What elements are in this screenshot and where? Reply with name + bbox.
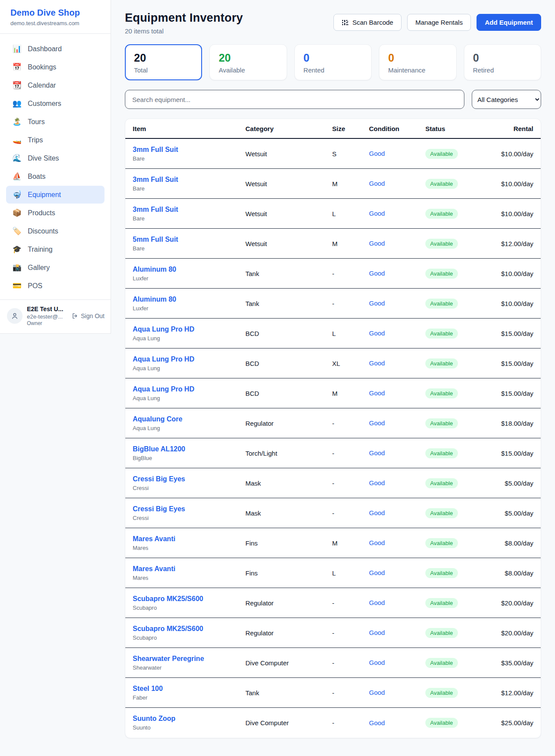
table-body: 3mm Full SuitBareWetsuitSGoodAvailable$1… <box>125 139 541 738</box>
condition-link[interactable]: Good <box>369 599 385 606</box>
condition-link[interactable]: Good <box>369 569 385 576</box>
condition-link[interactable]: Good <box>369 539 385 546</box>
sidebar-item-tours[interactable]: 🏝️Tours <box>6 113 104 131</box>
category-cell: Wetsuit <box>245 240 332 247</box>
rental-cell: $10.00/day <box>499 180 533 187</box>
condition-link[interactable]: Good <box>369 479 385 486</box>
category-filter-select[interactable]: All Categories <box>472 90 541 109</box>
item-name-link[interactable]: Mares Avanti <box>133 535 175 543</box>
size-cell: S <box>332 150 369 158</box>
sidebar-item-customers[interactable]: 👥Customers <box>6 95 104 112</box>
brand-name[interactable]: Demo Dive Shop <box>10 8 100 18</box>
item-name-link[interactable]: Aqua Lung Pro HD <box>133 325 194 333</box>
condition-link[interactable]: Good <box>369 299 385 307</box>
condition-link[interactable]: Good <box>369 180 385 187</box>
stat-card-rented[interactable]: 0Rented <box>294 44 372 80</box>
stat-card-total[interactable]: 20Total <box>125 44 202 80</box>
item-name-link[interactable]: BigBlue AL1200 <box>133 445 185 453</box>
item-name-link[interactable]: Aqualung Core <box>133 415 183 423</box>
sidebar-item-calendar[interactable]: 📆Calendar <box>6 76 104 94</box>
manage-rentals-button[interactable]: Manage Rentals <box>407 14 471 31</box>
status-cell: Available <box>425 508 499 518</box>
item-cell: 5mm Full SuitBare <box>133 236 245 252</box>
user-role: Owner <box>27 320 63 327</box>
condition-link[interactable]: Good <box>369 240 385 247</box>
item-cell: Scubapro MK25/S600Scubapro <box>133 625 245 641</box>
size-cell: - <box>332 420 369 427</box>
sidebar-item-label: Discounts <box>28 227 58 235</box>
sidebar-item-label: Boats <box>28 173 46 181</box>
condition-link[interactable]: Good <box>369 419 385 427</box>
item-name-link[interactable]: Aqua Lung Pro HD <box>133 355 194 363</box>
stat-card-maintenance[interactable]: 0Maintenance <box>379 44 456 80</box>
avatar <box>7 308 23 324</box>
add-equipment-button[interactable]: Add Equipment <box>477 14 541 31</box>
condition-cell: Good <box>369 629 425 637</box>
stat-card-retired[interactable]: 0Retired <box>464 44 541 80</box>
condition-link[interactable]: Good <box>369 210 385 217</box>
people-icon: 👥 <box>12 99 22 108</box>
item-cell: Steel 100Faber <box>133 685 245 701</box>
condition-link[interactable]: Good <box>369 449 385 457</box>
item-name-link[interactable]: 3mm Full Suit <box>133 206 178 214</box>
sidebar-item-boats[interactable]: ⛵Boats <box>6 168 104 185</box>
category-cell: Tank <box>245 300 332 307</box>
category-cell: Fins <box>245 569 332 577</box>
item-name-link[interactable]: Aluminum 80 <box>133 266 176 273</box>
sidebar: Demo Dive Shop demo.test.divestreams.com… <box>0 0 111 334</box>
sidebar-item-label: Dashboard <box>28 45 62 53</box>
rental-cell: $5.00/day <box>499 480 533 487</box>
status-badge: Available <box>425 658 458 668</box>
item-name-link[interactable]: Steel 100 <box>133 685 163 693</box>
sidebar-item-gallery[interactable]: 📸Gallery <box>6 259 104 276</box>
item-name-link[interactable]: Scubapro MK25/S600 <box>133 625 203 633</box>
sidebar-item-trips[interactable]: 🚤Trips <box>6 131 104 149</box>
condition-link[interactable]: Good <box>369 329 385 337</box>
condition-link[interactable]: Good <box>369 150 385 157</box>
search-input[interactable] <box>125 90 464 109</box>
item-name-link[interactable]: 5mm Full Suit <box>133 236 178 243</box>
rental-cell: $12.00/day <box>499 689 533 697</box>
condition-link[interactable]: Good <box>369 719 385 726</box>
item-name-link[interactable]: Aluminum 80 <box>133 296 176 303</box>
condition-link[interactable]: Good <box>369 270 385 277</box>
sidebar-item-discounts[interactable]: 🏷️Discounts <box>6 222 104 240</box>
condition-link[interactable]: Good <box>369 359 385 367</box>
condition-link[interactable]: Good <box>369 389 385 397</box>
condition-link[interactable]: Good <box>369 509 385 516</box>
brand-domain: demo.test.divestreams.com <box>10 20 100 26</box>
item-name-link[interactable]: Suunto Zoop <box>133 715 176 723</box>
status-cell: Available <box>425 239 499 249</box>
sidebar-item-training[interactable]: 🎓Training <box>6 240 104 258</box>
item-name-link[interactable]: Cressi Big Eyes <box>133 505 185 513</box>
item-name-link[interactable]: Shearwater Peregrine <box>133 655 204 663</box>
condition-link[interactable]: Good <box>369 659 385 666</box>
condition-link[interactable]: Good <box>369 629 385 636</box>
item-brand: Luxfer <box>133 275 245 282</box>
scan-barcode-button[interactable]: Scan Barcode <box>333 14 402 31</box>
sidebar-item-dashboard[interactable]: 📊Dashboard <box>6 40 104 58</box>
sidebar-item-pos[interactable]: 💳POS <box>6 277 104 295</box>
item-name-link[interactable]: 3mm Full Suit <box>133 176 178 184</box>
item-name-link[interactable]: Scubapro MK25/S600 <box>133 595 203 603</box>
stat-card-available[interactable]: 20Available <box>209 44 287 80</box>
sidebar-item-bookings[interactable]: 📅Bookings <box>6 58 104 76</box>
sidebar-item-dive-sites[interactable]: 🌊Dive Sites <box>6 149 104 167</box>
item-name-link[interactable]: Mares Avanti <box>133 565 175 573</box>
table-row: Aqua Lung Pro HDAqua LungBCDLGoodAvailab… <box>125 319 541 348</box>
sidebar-item-label: Training <box>28 246 52 253</box>
table-row: Cressi Big EyesCressiMask-GoodAvailable$… <box>125 468 541 498</box>
status-badge: Available <box>425 149 458 159</box>
category-cell: Wetsuit <box>245 180 332 187</box>
sidebar-item-products[interactable]: 📦Products <box>6 204 104 222</box>
sidebar-item-equipment[interactable]: 🤿Equipment <box>6 186 104 204</box>
item-cell: BigBlue AL1200BigBlue <box>133 445 245 461</box>
item-name-link[interactable]: Aqua Lung Pro HD <box>133 385 194 393</box>
sign-out-button[interactable]: Sign Out <box>72 312 104 319</box>
sidebar-item-label: Trips <box>28 136 43 144</box>
status-badge: Available <box>425 508 458 518</box>
table-row: Mares AvantiMaresFinsLGoodAvailable$8.00… <box>125 558 541 588</box>
condition-link[interactable]: Good <box>369 689 385 696</box>
item-name-link[interactable]: 3mm Full Suit <box>133 146 178 154</box>
item-name-link[interactable]: Cressi Big Eyes <box>133 475 185 483</box>
